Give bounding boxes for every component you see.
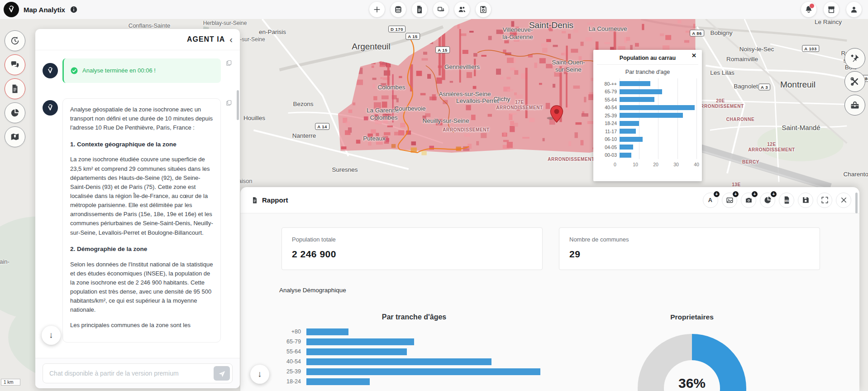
logo-v-icon [46,103,55,112]
road-shield: A 86 [690,30,704,37]
agent-avatar [43,100,58,116]
popup-chart-bar [620,129,636,134]
plus-badge: + [714,191,720,197]
info-icon[interactable] [70,5,78,14]
road-shield: A 14 [315,123,329,130]
scroll-to-bottom-button[interactable]: ↓ [42,326,61,345]
copy-message-button[interactable] [224,98,234,108]
account-icon [849,5,858,14]
store-button[interactable] [824,2,839,17]
popup-chart-row: 04-05 [598,143,696,151]
popup-axis-tick: 30 [673,162,679,167]
popup-chart-row: 18-24 [598,120,696,128]
popup-chart-bar [620,105,695,110]
report-chart-bar [306,328,348,335]
rail-map-explore-button[interactable] [5,126,25,147]
rail-report-button[interactable] [5,78,25,99]
top-bar: Map Analytix [0,0,868,19]
map-tools-button[interactable] [844,71,865,92]
road-shield: A 103 [802,45,819,52]
collaborators-button[interactable] [454,2,470,17]
tools-icon [849,76,860,87]
report-chart-bar [306,368,540,375]
popup-chart-bar [620,145,633,150]
fullscreen-button[interactable] [817,193,832,208]
age-bar-chart: +80 65-79 55-64 40-54 25-39 18-24 [251,327,550,386]
analysis-heading: 1. Contexte géographique de la zone [70,140,213,150]
close-report-button[interactable] [836,193,851,208]
analysis-paragraph: Selon les données de l'Institut national… [70,260,213,315]
toolbox-icon [849,100,860,111]
road-shield: A 3 [758,84,770,91]
add-chart-icon [763,196,772,204]
layers-button[interactable] [391,2,406,17]
road-shield: D 170 [388,26,405,33]
popup-chart-row: 11-17 [598,127,696,135]
chat-input[interactable] [43,363,233,383]
popup-axis-tick: 0 [614,162,616,167]
add-button[interactable] [369,2,385,17]
app-title: Map Analytix [24,6,65,14]
select-area-button[interactable] [433,2,448,17]
map-pin-marker[interactable] [550,105,563,123]
popup-chart-row: 40-54 [598,104,696,112]
check-circle-icon [70,67,78,75]
report-scroll-down-button[interactable]: ↓ [250,365,269,384]
collapse-panel-button[interactable]: ‹ [229,35,234,44]
donut-center-label: 36% [678,376,706,391]
chat-input-bar [35,358,240,388]
report-chart-row: 25-39 [251,367,550,377]
save-button[interactable] [476,2,491,17]
report-chart-bar [306,338,414,345]
report-chart-row: +80 [251,327,550,337]
svg-text:PDF: PDF [785,200,789,202]
agent-panel: AGENT IA ‹ Analyse terminée en 00:06 ! A… [35,29,240,388]
report-chart-row: 40-54 [251,357,550,367]
add-image-button[interactable]: + [722,193,737,208]
notifications-button[interactable] [801,2,816,17]
rail-history-button[interactable] [5,30,25,51]
popup-subtitle: Par tranche d'age [593,69,702,75]
topbar-tool-group [369,2,491,17]
account-button[interactable] [846,2,862,17]
report-panel: Rapport A++++PDF Population totale 2 246… [240,187,859,391]
rail-conversations-button[interactable] [5,54,25,75]
popup-chart-bar [620,153,631,158]
report-scrollbar[interactable] [855,193,858,213]
svg-text:A: A [708,197,712,203]
agent-message: Analyse terminée en 00:06 ! [43,58,234,83]
toolbox-button[interactable] [844,95,865,116]
chat-scrollbar[interactable] [237,90,239,120]
report-chart-category: +80 [251,328,306,335]
popup-axis-tick: 40 [694,162,699,167]
section-title: Analyse Démographique [279,287,346,294]
popup-close-button[interactable]: ✕ [689,52,699,59]
popup-chart-bar [620,97,654,102]
add-photo-button[interactable]: + [741,193,756,208]
agent-title: AGENT IA [187,35,225,43]
popup-chart-category: 06-10 [598,136,620,142]
popup-age-chart: 80-++ 65-79 55-64 40-54 25-39 18-24 11-1… [598,80,696,159]
agent-message-list: Analyse terminée en 00:06 ! Analyse géos… [35,50,240,358]
popup-chart-category: 04-05 [598,145,620,150]
divider [597,64,698,65]
rail-statistics-button[interactable] [5,102,25,123]
copy-message-button[interactable] [224,58,234,68]
popup-chart-category: 65-79 [598,89,620,94]
popup-chart-row: 80-++ [598,80,696,88]
popup-chart-axis: 010203040 [615,161,696,168]
close-report-icon [839,196,848,204]
document-button[interactable] [412,2,427,17]
add-chart-button[interactable]: + [760,193,775,208]
add-text-button[interactable]: A+ [703,193,718,208]
popup-chart-category: 00-03 [598,152,620,158]
send-button[interactable] [214,366,230,381]
save-report-button[interactable] [798,193,813,208]
map-style-button[interactable] [844,48,865,69]
stat-label: Nombre de communes [569,236,810,243]
popup-chart-category: 80-++ [598,81,620,87]
export-pdf-button[interactable]: PDF [779,193,794,208]
save-icon [479,5,488,14]
stat-value: 29 [569,249,810,260]
road-shield: A 15 [435,47,450,53]
